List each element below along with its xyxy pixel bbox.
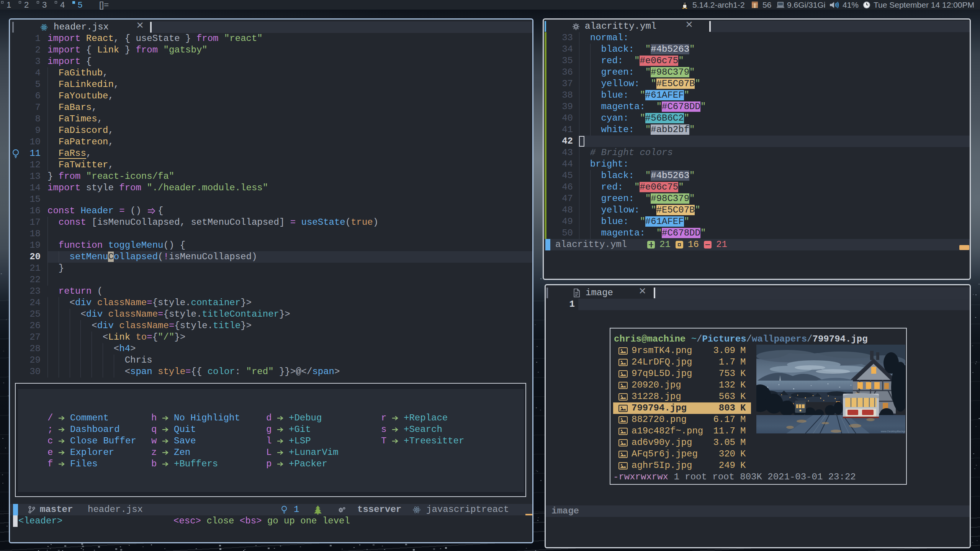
svg-text:www.DesktopBackground.org: www.DesktopBackground.org [880, 430, 905, 433]
